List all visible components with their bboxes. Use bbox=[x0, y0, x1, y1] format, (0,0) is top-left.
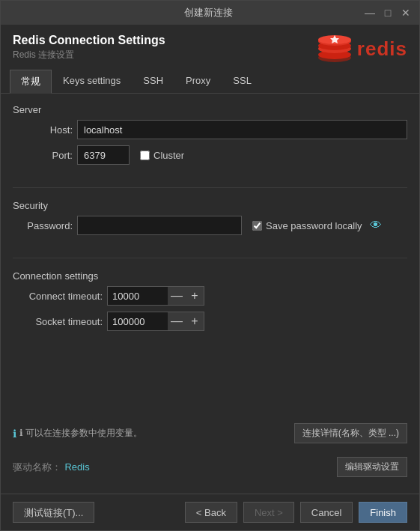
password-label: Password: bbox=[13, 220, 73, 231]
port-input[interactable] bbox=[77, 145, 130, 165]
connect-timeout-label: Connect timeout: bbox=[13, 291, 103, 302]
redis-icon-svg bbox=[317, 34, 353, 64]
security-section: Security Password: Save password locally… bbox=[13, 200, 407, 241]
cluster-checkbox-row: Cluster bbox=[140, 150, 184, 161]
divider-2 bbox=[13, 258, 407, 258]
minimize-button[interactable]: — bbox=[364, 7, 376, 19]
maximize-button[interactable]: □ bbox=[382, 7, 394, 19]
driver-info: 驱动名称： Redis bbox=[13, 460, 90, 474]
cluster-label[interactable]: Cluster bbox=[153, 150, 184, 161]
connect-timeout-increase-button[interactable]: + bbox=[186, 287, 204, 305]
info-row: ℹ ℹ 可以在连接参数中使用变量。 连接详情(名称、类型 ...) bbox=[13, 423, 407, 443]
next-button[interactable]: Next > bbox=[243, 502, 294, 523]
port-row: Port: Cluster bbox=[13, 145, 407, 165]
info-icon: ℹ bbox=[13, 428, 16, 440]
server-section: Server Host: Port: Cluster bbox=[13, 104, 407, 171]
edit-driver-button[interactable]: 编辑驱动设置 bbox=[337, 457, 407, 477]
eye-icon[interactable]: 👁 bbox=[370, 219, 382, 232]
socket-timeout-row: Socket timeout: — + bbox=[13, 312, 407, 331]
title-controls: — □ ✕ bbox=[364, 7, 412, 19]
driver-row: 驱动名称： Redis 编辑驱动设置 bbox=[13, 457, 407, 477]
main-window: 创建新连接 — □ ✕ Redis Connection Settings Re… bbox=[0, 0, 420, 531]
header-text: Redis Connection Settings Redis 连接设置 bbox=[13, 34, 165, 61]
tab-ssl[interactable]: SSL bbox=[222, 70, 263, 94]
connection-settings-label: Connection settings bbox=[13, 270, 407, 282]
host-row: Host: bbox=[13, 120, 407, 139]
content-area: Server Host: Port: Cluster Security Pass… bbox=[1, 94, 419, 494]
footer-bar: 测试链接(T)... < Back Next > Cancel Finish bbox=[1, 494, 419, 530]
save-password-row: Save password locally bbox=[252, 220, 362, 231]
window-title: 创建新连接 bbox=[53, 6, 364, 19]
save-password-checkbox[interactable] bbox=[252, 221, 262, 231]
save-password-label[interactable]: Save password locally bbox=[266, 220, 362, 231]
host-input[interactable] bbox=[77, 120, 407, 139]
finish-button[interactable]: Finish bbox=[359, 502, 407, 523]
tab-proxy[interactable]: Proxy bbox=[174, 70, 222, 94]
redis-logo: redis bbox=[317, 34, 407, 64]
footer-left: 测试链接(T)... bbox=[13, 502, 94, 523]
divider-1 bbox=[13, 187, 407, 188]
connect-timeout-input[interactable] bbox=[108, 287, 168, 305]
driver-name: Redis bbox=[64, 461, 89, 473]
password-input[interactable] bbox=[77, 216, 242, 235]
back-button[interactable]: < Back bbox=[185, 502, 237, 523]
connect-timeout-decrease-button[interactable]: — bbox=[168, 287, 186, 305]
close-button[interactable]: ✕ bbox=[400, 7, 412, 19]
redis-brand-text: redis bbox=[357, 37, 407, 61]
title-bar: 创建新连接 — □ ✕ bbox=[1, 1, 419, 25]
connection-details-button[interactable]: 连接详情(名称、类型 ...) bbox=[294, 423, 407, 443]
info-message: ℹ 可以在连接参数中使用变量。 bbox=[19, 427, 142, 440]
password-row: Password: Save password locally 👁 bbox=[13, 216, 407, 235]
tabs-bar: 常规 Keys settings SSH Proxy SSL bbox=[1, 70, 419, 94]
header: Redis Connection Settings Redis 连接设置 red… bbox=[1, 25, 419, 70]
tab-keys-settings[interactable]: Keys settings bbox=[52, 70, 132, 94]
tab-general[interactable]: 常规 bbox=[10, 70, 52, 94]
driver-label: 驱动名称： bbox=[13, 461, 61, 473]
host-label: Host: bbox=[13, 124, 73, 136]
security-section-label: Security bbox=[13, 200, 407, 211]
socket-timeout-increase-button[interactable]: + bbox=[186, 312, 204, 330]
connect-timeout-row: Connect timeout: — + bbox=[13, 286, 407, 306]
socket-timeout-control: — + bbox=[107, 312, 204, 331]
socket-timeout-decrease-button[interactable]: — bbox=[168, 312, 186, 330]
connection-settings-section: Connection settings Connect timeout: — +… bbox=[13, 270, 407, 337]
port-label: Port: bbox=[13, 150, 73, 161]
cluster-checkbox[interactable] bbox=[140, 151, 150, 160]
cancel-button[interactable]: Cancel bbox=[300, 502, 353, 523]
connect-timeout-control: — + bbox=[107, 286, 204, 306]
socket-timeout-label: Socket timeout: bbox=[13, 316, 103, 327]
footer-right: < Back Next > Cancel Finish bbox=[185, 502, 407, 523]
tab-ssh[interactable]: SSH bbox=[132, 70, 174, 94]
server-section-label: Server bbox=[13, 104, 407, 115]
spacer bbox=[13, 349, 407, 416]
socket-timeout-input[interactable] bbox=[108, 312, 168, 330]
test-connection-button[interactable]: 测试链接(T)... bbox=[13, 502, 94, 523]
info-text: ℹ ℹ 可以在连接参数中使用变量。 bbox=[13, 427, 142, 440]
header-subtitle: Redis 连接设置 bbox=[13, 49, 165, 61]
header-title: Redis Connection Settings bbox=[13, 34, 165, 47]
